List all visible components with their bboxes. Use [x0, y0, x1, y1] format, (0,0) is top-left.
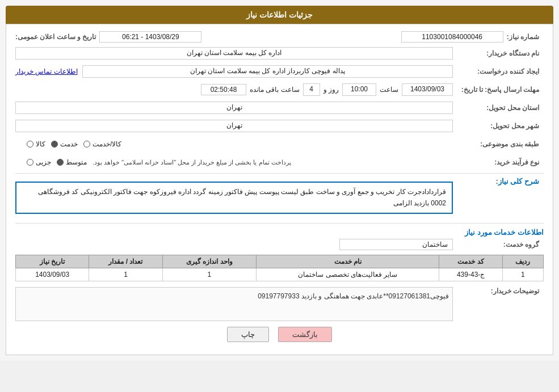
- description-section-label: شرح کلی نیاز:: [453, 177, 544, 186]
- col-date: تاریخ نیاز: [16, 255, 89, 268]
- category-label: طبقه بندی موضوعی:: [453, 140, 544, 148]
- cell-service-code: ج-43-439: [439, 268, 502, 281]
- buyer-notes-textarea[interactable]: [15, 287, 453, 321]
- order-number-label: شماره نیاز:: [507, 33, 544, 41]
- city-label: شهر محل تحویل:: [453, 122, 544, 130]
- creator-label: ایجاد کننده درخواست:: [453, 68, 544, 75]
- deadline-days-value: 4: [303, 83, 320, 96]
- purchase-type-mutavasit-label: متوسط: [66, 158, 87, 166]
- print-button[interactable]: چاپ: [227, 327, 269, 342]
- col-service-code: کد خدمت: [439, 255, 502, 268]
- purchase-type-jozii-label: جزیی: [36, 158, 51, 166]
- purchase-type-mutavasit: متوسط: [57, 158, 87, 166]
- table-row: 1 ج-43-439 سایر فعالیت‌های تخصصی ساختمان…: [16, 268, 544, 281]
- province-label: استان محل تحویل:: [453, 104, 544, 112]
- category-kala-khidmat: کالا/خدمت: [83, 140, 121, 148]
- province-value: تهران: [15, 102, 453, 114]
- cell-unit: 1: [162, 268, 257, 281]
- col-unit: واحد اندازه گیری: [162, 255, 257, 268]
- purchase-type-jozii: جزیی: [27, 158, 51, 166]
- col-service-name: نام خدمت: [257, 255, 439, 268]
- cell-row-num: 1: [502, 268, 543, 281]
- deadline-time-value: 10:00: [342, 83, 376, 96]
- services-table: ردیف کد خدمت نام خدمت واحد اندازه گیری ت…: [15, 255, 544, 281]
- service-group-value: ساختمان: [339, 239, 453, 250]
- city-value: تهران: [15, 120, 453, 132]
- category-khidmat: خدمت: [51, 140, 78, 148]
- cell-quantity: 1: [89, 268, 162, 281]
- cell-service-name: سایر فعالیت‌های تخصصی ساختمان: [257, 268, 439, 281]
- buyer-notes-label: توضیحات خریدار:: [453, 287, 544, 295]
- time-label: ساعت: [380, 86, 398, 94]
- buyer-name-label: نام دستگاه خریدار:: [453, 49, 544, 57]
- cell-date: 1403/09/03: [16, 268, 89, 281]
- category-khidmat-radio[interactable]: [51, 141, 58, 147]
- back-button[interactable]: بازگشت: [278, 327, 332, 342]
- purchase-type-label: نوع فرآیند خرید:: [453, 158, 544, 166]
- services-section-header: اطلاعات خدمات مورد نیاز: [15, 228, 544, 237]
- deadline-label: مهلت ارسال پاسخ: تا تاریخ:: [453, 86, 544, 94]
- order-number-value: 1103001084000046: [401, 31, 503, 43]
- page-title: جزئیات اطلاعات نیاز: [246, 10, 313, 19]
- page-header: جزئیات اطلاعات نیاز: [6, 6, 553, 24]
- category-kala-label: کالا: [36, 140, 45, 148]
- remaining-time-value: 02:50:48: [201, 84, 246, 95]
- service-group-label: گروه خدمت:: [453, 241, 544, 248]
- category-kala: کالا: [27, 140, 45, 148]
- col-quantity: تعداد / مقدار: [89, 255, 162, 268]
- purchase-type-jozii-radio[interactable]: [27, 159, 33, 166]
- buyer-name-value: اداره کل بیمه سلامت استان تهران: [15, 47, 453, 60]
- description-text: قراردادادجرت کار تخریب و جمع آوری و ساخت…: [15, 182, 453, 214]
- col-row-num: ردیف: [502, 255, 543, 268]
- creator-value: پداله فیوچی کاربرداز اداره کل بیمه سلامت…: [82, 65, 453, 78]
- purchase-type-mutavasit-radio[interactable]: [57, 159, 64, 166]
- purchase-type-note: پرداخت تمام یا بخشی از مبلغ خریدار از مح…: [93, 159, 291, 166]
- category-kala-khidmat-label: کالا/خدمت: [93, 140, 121, 148]
- category-kala-khidmat-radio[interactable]: [83, 141, 90, 147]
- remaining-label: ساعت باقی مانده: [250, 86, 300, 94]
- announcement-date-value: 1403/08/29 - 06:21: [99, 31, 201, 43]
- contact-link[interactable]: اطلاعات تماس خریدار: [15, 68, 78, 75]
- category-khidmat-label: خدمت: [60, 140, 78, 148]
- days-label: روز و: [323, 86, 339, 94]
- deadline-date-value: 1403/09/03: [402, 83, 453, 96]
- category-kala-radio[interactable]: [27, 141, 33, 147]
- announcement-date-label: تاریخ و ساعت اعلان عمومی:: [15, 33, 96, 41]
